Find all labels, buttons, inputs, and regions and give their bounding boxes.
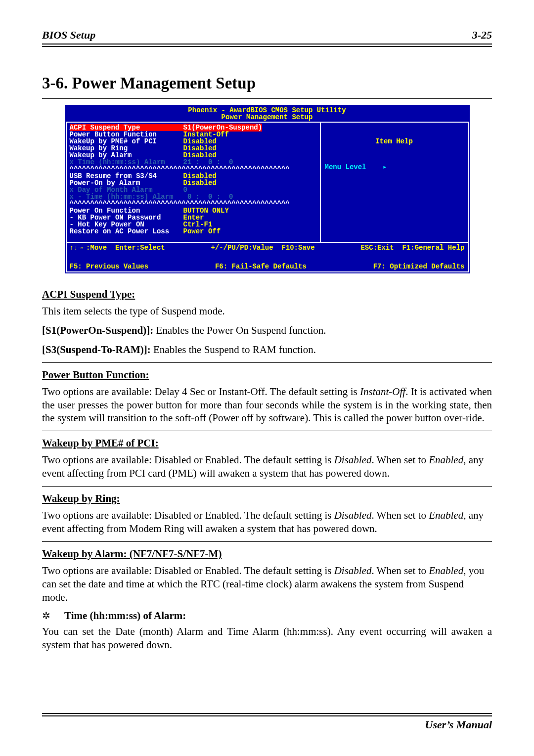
bios-row-label: Power Button Function: [70, 131, 183, 138]
bios-row: Wakeup by AlarmDisabled: [70, 152, 317, 159]
bios-row-label: x Time (hh:mm:ss) Alarm: [70, 159, 183, 166]
bios-foot-move: ↑↓→←:Move Enter:Select: [70, 244, 165, 251]
footer-text: User’s Manual: [42, 718, 492, 731]
bios-foot-exit: ESC:Exit F1:General Help: [360, 244, 464, 251]
bios-row-label: Power On Function: [70, 207, 183, 214]
bios-row: Power-On by AlarmDisabled: [70, 179, 317, 186]
bios-foot-fsafe: F6: Fail-Safe Defaults: [215, 263, 307, 270]
bios-row-label: ACPI Suspend Type: [70, 124, 183, 131]
alarm-body: Two options are available: Disabled or E…: [42, 564, 492, 604]
bios-row: - KB Power ON PasswordEnter: [70, 214, 317, 221]
bios-row-label: Wakeup by Alarm: [70, 152, 183, 159]
bios-foot-opt: F7: Optimized Defaults: [373, 263, 465, 270]
bios-row-label: Wakeup by Ring: [70, 145, 183, 152]
bios-separator: ^^^^^^^^^^^^^^^^^^^^^^^^^^^^^^^^^^^^^^^^…: [70, 166, 317, 173]
acpi-opt2-label: [S3(Suspend-To-RAM)]:: [42, 344, 151, 356]
bios-row-label: - Hot Key Power ON: [70, 221, 183, 228]
bios-row: x Day of Month Alarm0: [70, 186, 317, 193]
bios-title: Phoenix - AwardBIOS CMOS Setup Utility P…: [66, 106, 469, 121]
bios-separator: ^^^^^^^^^^^^^^^^^^^^^^^^^^^^^^^^^^^^^^^^…: [70, 200, 317, 207]
bios-row: ACPI Suspend TypeS1(PowerOn-Suspend): [70, 124, 317, 131]
acpi-heading: ACPI Suspend Type:: [42, 288, 492, 301]
divider: [42, 541, 492, 542]
bios-menu-level: Menu Level ▸: [325, 164, 464, 171]
alarm-sub-body: You can set the Date (month) Alarm and T…: [42, 625, 492, 652]
acpi-opt2: [S3(Suspend-To-RAM)]: Enables the Suspen…: [42, 343, 492, 356]
header-right: 3-25: [472, 29, 492, 42]
section-rule: [42, 98, 492, 99]
bios-row: Power On FunctionBUTTON ONLY: [70, 207, 317, 214]
bios-row: WakeUp by PME# of PCIDisabled: [70, 138, 317, 145]
bios-row-value: Disabled: [183, 179, 217, 187]
bios-foot-prev: F5: Previous Values: [70, 263, 149, 270]
ring-heading: Wakeup by Ring:: [42, 492, 492, 505]
bios-help-panel: Item Help Menu Level ▸: [320, 122, 469, 243]
section-title: 3-6. Power Management Setup: [42, 74, 492, 92]
acpi-opt1-label: [S1(PowerOn-Suspend)]:: [42, 324, 153, 336]
bullet-icon: ✲: [42, 610, 50, 622]
bios-row: x - Time (hh:mm:ss) Alarm 0 : 0 : 0: [70, 193, 317, 200]
pme-heading: Wakeup by PME# of PCI:: [42, 437, 492, 449]
bios-foot-value: +/-/PU/PD:Value F10:Save: [211, 244, 315, 251]
divider: [42, 431, 492, 431]
bios-row-value: Power Off: [183, 227, 221, 235]
ring-body: Two options are available: Disabled or E…: [42, 509, 492, 535]
bios-row-label: WakeUp by PME# of PCI: [70, 138, 183, 145]
pme-body: Two options are available: Disabled or E…: [42, 453, 492, 480]
bios-row: USB Resume from S3/S4Disabled: [70, 173, 317, 179]
bios-row: Wakeup by RingDisabled: [70, 145, 317, 152]
bios-row-label: x - Time (hh:mm:ss) Alarm: [70, 193, 183, 200]
acpi-opt1: [S1(PowerOn-Suspend)]: Enables the Power…: [42, 324, 492, 337]
bios-row-label: Restore on AC Power Loss: [70, 228, 183, 235]
bios-row-label: USB Resume from S3/S4: [70, 173, 183, 179]
divider: [42, 362, 492, 363]
bios-row: - Hot Key Power ONCtrl-F1: [70, 221, 317, 228]
header-rule: [42, 44, 492, 47]
page-header: BIOS Setup 3-25: [42, 29, 492, 43]
divider: [42, 486, 492, 487]
bios-row-label: Power-On by Alarm: [70, 179, 183, 186]
acpi-intro: This item selects the type of Suspend mo…: [42, 305, 492, 318]
bios-footer: ↑↓→←:Move Enter:Select +/-/PU/PD:Value F…: [66, 243, 469, 272]
bios-option-list: ACPI Suspend TypeS1(PowerOn-Suspend)Powe…: [66, 122, 320, 243]
pbf-heading: Power Button Function:: [42, 369, 492, 381]
header-left: BIOS Setup: [42, 29, 95, 42]
bios-row-label: - KB Power ON Password: [70, 214, 183, 221]
bios-help-title: Item Help: [325, 138, 464, 145]
bios-row: x Time (hh:mm:ss) Alarm21 : 0 : 0: [70, 159, 317, 166]
alarm-subitem-label: Time (hh:mm:ss) of Alarm:: [64, 610, 186, 622]
bios-screenshot: Phoenix - AwardBIOS CMOS Setup Utility P…: [65, 105, 470, 273]
bios-row-label: x Day of Month Alarm: [70, 186, 183, 193]
alarm-heading: Wakeup by Alarm: (NF7/NF7-S/NF7-M): [42, 548, 492, 560]
bios-row: Power Button FunctionInstant-Off: [70, 131, 317, 138]
alarm-subitem: ✲ Time (hh:mm:ss) of Alarm:: [42, 610, 492, 622]
pbf-body: Two options are available: Delay 4 Sec o…: [42, 385, 492, 425]
bios-row: Restore on AC Power LossPower Off: [70, 228, 317, 235]
footer-rule: [42, 713, 492, 716]
page-footer: User’s Manual: [42, 713, 492, 731]
